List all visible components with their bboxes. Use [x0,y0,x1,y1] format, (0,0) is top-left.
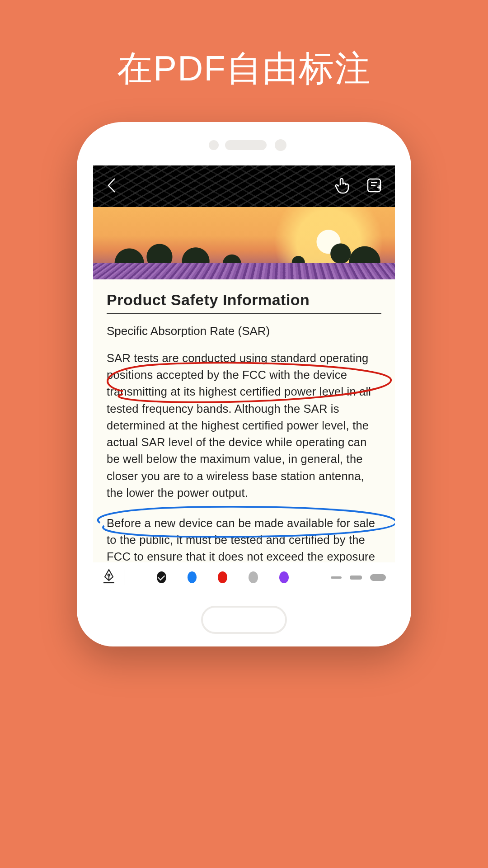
document-hero-image [93,207,395,279]
pen-nib-icon [102,569,116,584]
phone-home-button [201,606,287,634]
color-gray-button[interactable] [249,571,258,583]
page-headline: 在PDF自由标注 [0,0,488,93]
color-blue-button[interactable] [188,571,197,583]
back-button[interactable] [106,177,117,196]
phone-speaker [225,140,267,150]
app-bar [93,165,395,207]
doc-title: Product Safety Information [107,291,381,314]
chevron-left-icon [106,177,117,194]
doc-subtitle: Specific Absorption Rate (SAR) [107,324,381,338]
document-body[interactable]: Product Safety Information Specific Abso… [93,279,395,562]
annotation-toolbar [93,562,395,592]
add-note-button[interactable] [366,177,382,195]
note-add-icon [366,177,382,193]
stroke-thick-button[interactable] [370,574,386,581]
color-black-button[interactable] [157,571,166,583]
toolbar-divider [125,569,125,585]
svg-point-6 [108,574,110,576]
stroke-medium-button[interactable] [350,576,362,580]
phone-sensor-dot [209,140,219,150]
color-red-button[interactable] [218,571,227,583]
phone-camera [275,139,286,151]
color-purple-button[interactable] [279,571,289,583]
pen-tool-button[interactable] [102,569,116,586]
touch-mode-button[interactable] [334,176,351,196]
doc-paragraph-2: Before a new device can be made availabl… [107,515,381,562]
hand-pointer-icon [334,176,351,194]
stroke-thin-button[interactable] [331,576,342,579]
app-screen: Product Safety Information Specific Abso… [93,165,395,592]
doc-paragraph-1: SAR tests are conducted using standard o… [107,350,381,501]
phone-frame: Product Safety Information Specific Abso… [77,122,411,646]
